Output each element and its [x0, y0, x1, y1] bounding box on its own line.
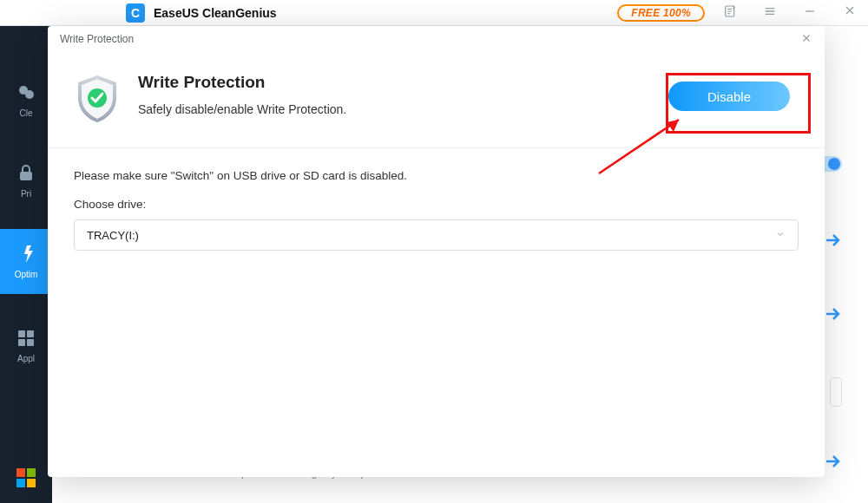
write-protection-modal: Write Protection	[48, 26, 825, 477]
choose-drive-label: Choose drive:	[74, 198, 799, 211]
shield-icon	[74, 73, 121, 125]
svg-rect-6	[18, 339, 25, 346]
windows-logo-icon[interactable]	[16, 468, 36, 487]
app-logo-letter: C	[131, 6, 140, 20]
app-window: C EaseUS CleanGenius FREE 100% Cle	[0, 0, 868, 503]
sidebar-item-privacy[interactable]: Pri	[0, 148, 52, 213]
close-icon[interactable]	[842, 3, 858, 22]
drive-selected-value: TRACY(I:)	[87, 229, 139, 242]
arrow-right-icon[interactable]	[825, 230, 842, 252]
modal-subheading: Safely disable/enable Write Protection.	[138, 102, 346, 116]
free-badge[interactable]: FREE 100%	[617, 4, 705, 22]
titlebar: C EaseUS CleanGenius FREE 100%	[0, 0, 868, 26]
svg-rect-3	[20, 172, 32, 180]
sidebar-item-label: Optim	[15, 270, 38, 279]
sidebar-item-label: Pri	[21, 189, 31, 199]
modal-heading: Write Protection	[138, 73, 346, 92]
app-title: EaseUS CleanGenius	[154, 6, 277, 20]
sidebar-item-label: Appl	[17, 354, 35, 363]
menu-icon[interactable]	[762, 4, 778, 22]
drive-select[interactable]: TRACY(I:)	[74, 219, 799, 251]
modal-titlebar: Write Protection	[48, 26, 825, 52]
sidebar-item-optimization[interactable]: Optim	[0, 229, 52, 294]
sidebar-item-clean[interactable]: Cle	[0, 68, 52, 133]
svg-rect-4	[18, 330, 25, 337]
sidebar: Cle Pri Optim Appl	[0, 26, 52, 503]
sidebar-item-application[interactable]: Appl	[0, 313, 52, 378]
card-fragment	[830, 377, 842, 407]
note-icon[interactable]	[722, 4, 738, 22]
disable-button-label: Disable	[707, 89, 751, 104]
svg-rect-7	[27, 339, 34, 346]
svg-rect-5	[27, 330, 34, 337]
modal-header: Write Protection Safely disable/enable W…	[48, 52, 825, 148]
modal-title: Write Protection	[60, 33, 134, 45]
chevron-down-icon	[775, 229, 786, 242]
arrow-right-icon[interactable]	[825, 304, 842, 326]
privacy-icon	[16, 163, 36, 184]
optimization-icon	[16, 244, 36, 265]
arrow-right-icon[interactable]	[825, 451, 842, 474]
app-logo-icon: C	[126, 3, 145, 23]
titlebar-icon-group	[722, 3, 858, 22]
clean-icon	[16, 82, 36, 103]
svg-point-2	[25, 90, 34, 99]
modal-header-text: Write Protection Safely disable/enable W…	[138, 73, 346, 116]
minimize-icon[interactable]	[802, 4, 818, 22]
sidebar-item-label: Cle	[19, 108, 32, 118]
switch-hint: Please make sure "Switch" on USB drive o…	[74, 169, 799, 182]
modal-body: Please make sure "Switch" on USB drive o…	[48, 148, 825, 271]
disable-button[interactable]: Disable	[668, 82, 790, 111]
application-icon	[16, 328, 36, 349]
modal-close-icon[interactable]	[800, 30, 812, 49]
